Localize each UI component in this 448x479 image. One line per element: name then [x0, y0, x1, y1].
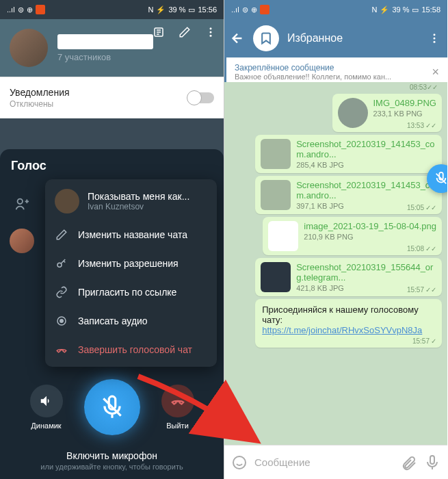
microphone-button[interactable]	[84, 379, 140, 435]
add-user-icon[interactable]	[10, 192, 34, 216]
notification-icon	[260, 5, 269, 14]
phone-left-voicechat: ..ıl⊜⊕ N⚡39 %▭15:56 7 участников Уведомл…	[0, 0, 224, 479]
svg-point-2	[210, 31, 212, 34]
file-message[interactable]: Screenshot_20210319_141453_com.andro...2…	[255, 135, 442, 173]
leave-button[interactable]: Выйти	[161, 385, 194, 430]
svg-point-7	[60, 320, 64, 323]
notifications-toggle[interactable]	[188, 92, 214, 103]
record-icon	[55, 315, 68, 327]
pencil-icon	[55, 229, 68, 241]
more-icon[interactable]	[427, 31, 442, 46]
speaker-button[interactable]: Динамик	[30, 385, 63, 430]
menu-permissions[interactable]: Изменить разрешения	[45, 249, 217, 278]
header-actions	[151, 25, 218, 40]
menu-record-audio[interactable]: Записать аудио	[45, 307, 217, 335]
svg-point-9	[434, 38, 436, 40]
mic-hint: Включить микрофон или удерживайте кнопку…	[0, 450, 224, 471]
participant-avatar[interactable]	[10, 229, 34, 253]
status-bar: ..ıl⊜⊕ N⚡39 %▭15:58	[224, 0, 447, 19]
voice-chat-menu: Показывать меня как... Ivan Kuznetsov Из…	[45, 179, 217, 367]
svg-point-3	[210, 35, 212, 37]
svg-point-11	[233, 456, 246, 469]
mic-icon[interactable]	[424, 454, 440, 471]
menu-invite-link[interactable]: Пригласить по ссылке	[45, 278, 217, 307]
message-input-bar: Сообщение	[224, 445, 447, 479]
group-members-count: 7 участников	[57, 52, 153, 62]
svg-rect-12	[430, 456, 434, 464]
file-thumbnail	[261, 262, 291, 292]
file-message[interactable]: image_2021-03-19_15-08-04.png210,9 KB PN…	[263, 217, 442, 255]
file-thumbnail	[268, 221, 298, 251]
download-icon[interactable]	[338, 98, 368, 128]
notification-icon	[36, 5, 45, 14]
saved-messages-icon[interactable]	[253, 25, 279, 51]
menu-rename-chat[interactable]: Изменить название чата	[45, 220, 217, 249]
chat-title: Избранное	[287, 32, 419, 44]
svg-point-5	[57, 263, 62, 267]
svg-point-4	[18, 199, 23, 204]
svg-point-1	[210, 27, 212, 29]
menu-identity-row[interactable]: Показывать меня как... Ivan Kuznetsov	[45, 182, 217, 220]
voice-chat-controls: Динамик Выйти	[0, 379, 224, 435]
key-icon	[55, 257, 68, 270]
file-message[interactable]: Screenshot_20210319_141453_com.andro...3…	[255, 176, 442, 214]
participants-column	[0, 186, 44, 259]
phone-right-saved-messages: ..ıl⊜⊕ N⚡39 %▭15:58 Избранное Закреплённ…	[224, 0, 447, 479]
emoji-icon[interactable]	[231, 454, 248, 471]
link-icon	[55, 286, 68, 298]
text-message[interactable]: Присоединяйся к нашему голосовому чату: …	[255, 299, 442, 348]
voice-chat-title: Голос	[0, 159, 224, 180]
group-avatar[interactable]	[10, 29, 48, 67]
back-icon[interactable]	[230, 31, 245, 46]
messages-list[interactable]: 08:53 ✓✓ IMG_0489.PNG233,1 KB PNG 13:53✓…	[224, 82, 447, 445]
file-message[interactable]: IMG_0489.PNG233,1 KB PNG 13:53✓✓	[332, 94, 443, 132]
file-message[interactable]: Screenshot_20210319_155644_org.telegram.…	[255, 258, 442, 296]
menu-end-voice-chat[interactable]: Завершить голосовой чат	[45, 335, 217, 364]
chat-header: Избранное	[224, 19, 447, 57]
more-icon[interactable]	[203, 25, 218, 40]
svg-point-10	[434, 41, 436, 43]
user-avatar	[55, 189, 79, 213]
hangup-icon	[55, 344, 68, 356]
voice-chat-panel: Голос Показывать меня как... Ivan Kuznet…	[0, 149, 224, 479]
file-thumbnail	[261, 180, 291, 210]
group-name-redacted	[57, 34, 153, 49]
message-input[interactable]: Сообщение	[254, 456, 394, 468]
invite-link[interactable]: https://t.me/joinchat/RHvxSoSYVvpN8Ja	[262, 325, 422, 335]
file-thumbnail	[261, 139, 291, 169]
edit-icon[interactable]	[177, 25, 192, 40]
attach-icon[interactable]	[401, 454, 417, 471]
svg-point-8	[434, 34, 436, 36]
status-bar: ..ıl⊜⊕ N⚡39 %▭15:56	[0, 0, 224, 19]
poll-icon[interactable]	[151, 25, 166, 40]
notifications-row[interactable]: Уведомления Отключены	[0, 77, 224, 118]
close-icon[interactable]: ×	[432, 65, 439, 79]
